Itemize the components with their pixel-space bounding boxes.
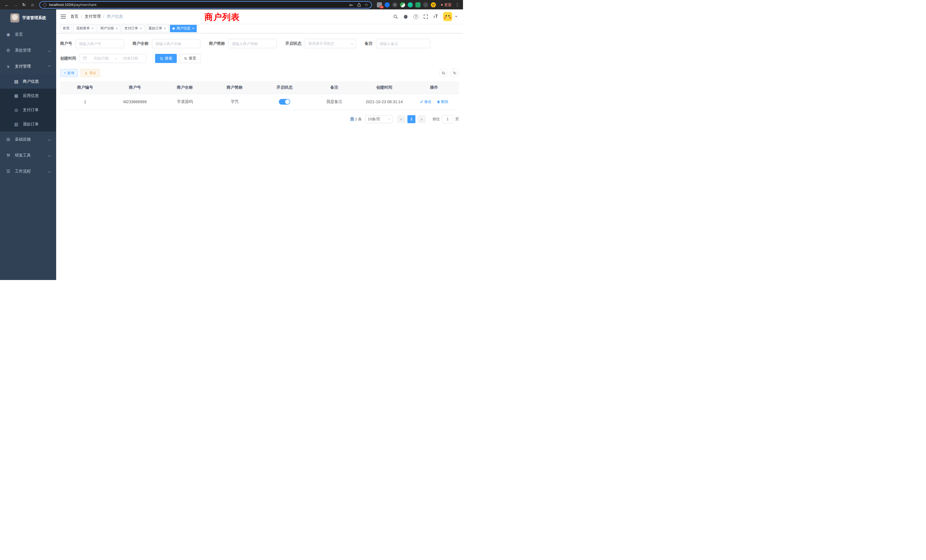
extension-icon[interactable] [415, 2, 421, 8]
tab-merchant-info[interactable]: 商户信息 × [170, 25, 197, 32]
chevron-down-icon [48, 170, 51, 173]
edit-icon [420, 100, 424, 103]
top-navbar: 首页 / 支付管理 / 商户信息 商户列表 ? [56, 9, 463, 24]
calendar-icon [83, 56, 87, 61]
sidebar-item-infrastructure[interactable]: ⊞ 基础设施 [0, 132, 56, 147]
breadcrumb-item[interactable]: 首页 [70, 14, 79, 19]
back-icon[interactable]: ← [3, 1, 11, 9]
bookmark-star-icon[interactable]: ☆ [365, 2, 368, 8]
extensions-puzzle-icon[interactable]: 10 [377, 2, 382, 8]
extension-icon[interactable] [400, 2, 405, 8]
start-date-placeholder[interactable]: 开始日期 [89, 56, 113, 61]
close-icon[interactable]: × [92, 27, 94, 30]
search-button[interactable]: 搜索 [155, 54, 177, 63]
merchant-full-input[interactable] [155, 42, 197, 46]
status-toggle[interactable] [279, 99, 290, 104]
close-icon[interactable]: × [116, 27, 118, 30]
merchant-no-input[interactable] [79, 42, 121, 46]
reload-icon[interactable]: ↻ [20, 1, 28, 9]
address-bar[interactable]: i localhost:1024/pay/merchant ☆ [39, 1, 372, 9]
sidebar-item-app-info[interactable]: ▦ 应用信息 [0, 89, 56, 103]
sidebar-item-home[interactable]: ◉ 首页 [0, 27, 56, 42]
user-avatar[interactable] [443, 12, 452, 21]
merchant-short-field [228, 39, 277, 48]
fullscreen-icon[interactable] [424, 14, 428, 19]
col-merchant-no: 商户号 [110, 81, 160, 94]
sidebar-item-payment[interactable]: ¥ 支付管理 [0, 59, 56, 74]
export-button[interactable]: 导出 [81, 69, 100, 77]
extension-icon[interactable] [392, 2, 398, 8]
date-range-picker[interactable]: 开始日期 - 结束日期 [80, 54, 147, 63]
breadcrumb-item[interactable]: 支付管理 [85, 14, 101, 19]
extension-icon[interactable] [384, 2, 390, 8]
tab-home[interactable]: 首页 [60, 25, 72, 32]
hamburger-icon[interactable] [61, 15, 66, 18]
tab-refund-orders[interactable]: 退款订单 × [146, 25, 169, 32]
goto-page-input[interactable] [442, 115, 453, 123]
merchant-no-label: 商户号 [60, 41, 76, 46]
cell-merchant-id: 1 [60, 94, 110, 110]
sidebar-item-merchant-info[interactable]: ▤ 商户信息 [0, 74, 56, 89]
extension-icon[interactable] [423, 2, 428, 8]
sidebar-item-dev-tools[interactable]: ⚒ 研发工具 [0, 147, 56, 163]
reset-button[interactable]: ↻ 重置 [180, 54, 201, 63]
close-icon[interactable]: × [192, 27, 194, 30]
site-info-icon[interactable]: i [43, 3, 47, 7]
profile-avatar-icon[interactable] [431, 2, 436, 8]
close-icon[interactable]: × [164, 27, 166, 30]
yen-icon: ¥ [6, 64, 11, 69]
forward-icon[interactable]: → [11, 1, 20, 9]
tab-user-group[interactable]: 用户分组 × [98, 25, 121, 32]
browser-window: ← → ↻ ⌂ i localhost:1024/pay/merchant ☆ … [0, 0, 463, 280]
sidebar-item-label: 支付订单 [23, 107, 39, 113]
merchant-full-label: 商户全称 [133, 41, 152, 46]
app-logo[interactable]: 芋道管理系统 [0, 9, 56, 27]
chevron-down-icon [48, 154, 51, 157]
close-icon[interactable]: × [140, 27, 142, 30]
sidebar: 芋道管理系统 ◉ 首页 ⚙ 系统管理 ¥ 支付管理 ▤ 商户信息 [0, 9, 56, 280]
sidebar-item-label: 系统管理 [15, 48, 31, 53]
sidebar-item-label: 基础设施 [15, 137, 31, 142]
table-row: 1 M233666999 芋道源码 芋艿 我是备注 2021-10-23 08:… [60, 94, 459, 110]
font-size-icon[interactable]: TT [433, 14, 438, 19]
update-dot-icon [441, 4, 443, 6]
active-dot-icon [172, 27, 175, 30]
browser-home-icon[interactable]: ⌂ [29, 1, 36, 9]
browser-update-button[interactable]: 更新 [439, 2, 454, 8]
toggle-search-button[interactable] [439, 69, 448, 77]
pagination-goto: 前往 页 [433, 115, 459, 123]
add-button[interactable]: + 新增 [60, 69, 78, 77]
next-page-button[interactable]: › [418, 115, 426, 123]
navbar-actions: ? TT [393, 12, 457, 21]
remark-input[interactable] [380, 42, 427, 46]
status-select[interactable]: 请选择开启状态 [305, 39, 356, 48]
sidebar-item-system[interactable]: ⚙ 系统管理 [0, 42, 56, 59]
page-button-1[interactable]: 1 [407, 115, 415, 123]
tab-process-form[interactable]: 流程表单 × [74, 25, 96, 32]
plus-icon: + [64, 71, 66, 75]
tab-pay-orders[interactable]: 支付订单 × [122, 25, 145, 32]
sidebar-item-pay-orders[interactable]: ◎ 支付订单 [0, 103, 56, 117]
delete-link[interactable]: 删除 [437, 99, 448, 104]
browser-menu-icon[interactable]: ⋮ [454, 2, 460, 8]
help-icon[interactable]: ? [413, 14, 418, 19]
sidebar-item-refund-orders[interactable]: ▥ 退款订单 [0, 117, 56, 132]
password-key-icon[interactable] [349, 3, 354, 7]
edit-link[interactable]: 修改 [420, 99, 432, 104]
github-icon[interactable] [403, 14, 408, 19]
pagination-total: 共 1 条 [350, 117, 362, 122]
merchant-short-input[interactable] [232, 42, 274, 46]
filter-row-1: 商户号 商户全称 商户简称 [60, 39, 459, 48]
refresh-table-button[interactable]: ↻ [451, 69, 459, 77]
user-menu-caret-icon[interactable] [455, 16, 457, 17]
cell-status [260, 94, 310, 110]
extension-icon[interactable] [408, 2, 413, 8]
end-date-placeholder[interactable]: 结束日期 [118, 56, 143, 61]
sidebar-item-workflow[interactable]: ☰ 工作流程 [0, 163, 56, 179]
cell-merchant-no: M233666999 [110, 94, 160, 110]
chevron-down-icon [48, 49, 51, 52]
page-size-select[interactable]: 10条/页 [365, 115, 393, 123]
search-icon[interactable] [393, 14, 398, 19]
prev-page-button[interactable]: ‹ [397, 115, 405, 123]
share-icon[interactable] [357, 3, 361, 7]
